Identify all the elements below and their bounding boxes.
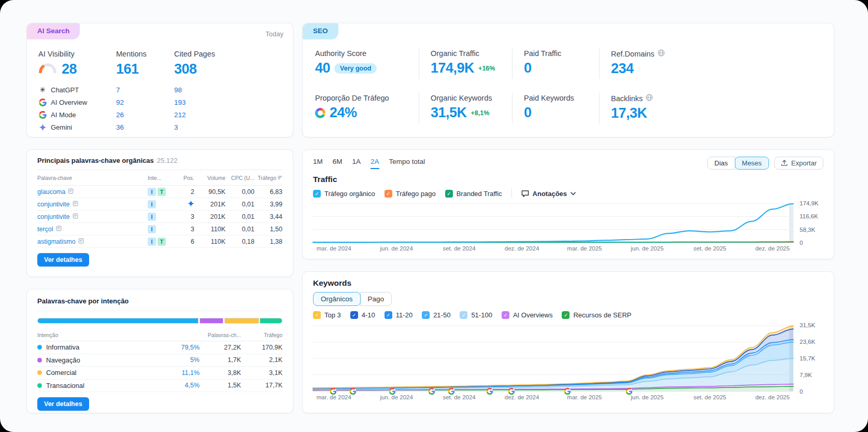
traffic-x-axis: mar. de 2024jun. de 2024set. de 2024dez.… [313, 243, 793, 252]
range-tab-6m[interactable]: 6M [333, 158, 343, 169]
legend-item-ai-overviews[interactable]: ✓AI Overviews [502, 311, 553, 319]
serp-note-icon[interactable] [73, 213, 78, 220]
x-tick-label: jun. de 2024 [380, 394, 413, 400]
sort-icon [278, 175, 282, 180]
google-update-icon[interactable] [349, 388, 356, 395]
intent-title: Palavras-chave por intenção [37, 297, 129, 305]
keywords-type-tabs: OrgânicosPago [313, 292, 823, 306]
serp-note-icon[interactable] [56, 226, 62, 233]
intent-row: Informativa79,5%27,2K170,9K [37, 341, 282, 354]
legend-item-top-3[interactable]: ✓Top 3 [313, 311, 341, 319]
engine-cited-value[interactable]: 3 [174, 123, 281, 131]
view-toggle-meses[interactable]: Meses [735, 157, 769, 170]
col-palavra-chave[interactable]: Palavra-chave [37, 175, 148, 181]
intent-badge-I: I [148, 225, 156, 233]
intent-color-dot [37, 358, 42, 363]
col-cpc[interactable]: CPC (U... [225, 175, 254, 181]
col-pos[interactable]: Pos. [175, 175, 194, 181]
ai-search-stats: AI Visibility 28 Mentions 161 [38, 50, 281, 77]
seo-metric-value: 234 [611, 62, 634, 76]
keywords-chart[interactable]: 31,5K23,6K15,7K7,9K0 [313, 325, 823, 392]
serp-note-icon[interactable] [73, 201, 78, 208]
range-tab-tempo-total[interactable]: Tempo total [389, 158, 425, 169]
range-tab-1m[interactable]: 1M [313, 158, 323, 169]
intent-percent-link[interactable]: 4,5% [150, 382, 200, 389]
legend-item-tr-fego-org-nico[interactable]: ✓Tráfego orgânico [313, 190, 375, 198]
keywords-tab-pago[interactable]: Pago [360, 292, 392, 306]
intent-percent-link[interactable]: 5% [150, 356, 200, 364]
export-button[interactable]: Exportar [774, 157, 823, 170]
traffic-chart[interactable]: 174,9K116,6K58,3K0 [313, 203, 823, 243]
keywords-details-button[interactable]: Ver detalhes [37, 253, 89, 267]
serp-note-icon [78, 238, 84, 244]
intent-badge-I: I [148, 200, 156, 208]
range-tab-1a[interactable]: 1A [352, 158, 361, 169]
keywords-x-axis: mar. de 2024jun. de 2024set. de 2024dez.… [313, 392, 793, 401]
top-keywords-count: 25.122 [157, 157, 178, 164]
range-tab-2a[interactable]: 2A [371, 158, 379, 169]
seo-metric-value: 40 [315, 61, 330, 75]
seo-metric-value: 31,5K [431, 106, 467, 120]
legend-item-21-50[interactable]: ✓21-50 [422, 311, 450, 319]
seo-metric-organic-traffic: Organic Traffic174,9K+16% [419, 48, 512, 79]
intent-percent-link[interactable]: 79,5% [150, 344, 200, 351]
serp-note-icon[interactable] [68, 188, 74, 196]
y-tick-label: 15,7K [800, 355, 815, 361]
seo-tab[interactable]: SEO [303, 23, 338, 39]
engine-mentions-value[interactable]: 36 [116, 123, 174, 131]
col-intencao[interactable]: Inte... [148, 175, 175, 181]
col-intent-keywords: Palavras-ch... [200, 332, 241, 338]
keyword-link[interactable]: conjuntivite [37, 201, 78, 208]
keyword-link[interactable]: astigmatismo [37, 238, 84, 245]
keywords-tab-orgânicos[interactable]: Orgânicos [313, 292, 361, 306]
engine-cited-value[interactable]: 98 [174, 86, 281, 94]
ai-search-tab[interactable]: AI Search [27, 23, 80, 39]
google-update-icon[interactable] [487, 388, 493, 395]
google-update-icon[interactable] [625, 388, 632, 395]
export-icon [781, 160, 788, 166]
checkbox-icon: ✓ [385, 311, 392, 319]
legend-item-branded-traffic[interactable]: ✓Branded Traffic [445, 190, 502, 198]
google-update-icon[interactable] [564, 388, 571, 395]
serp-note-icon[interactable] [78, 238, 84, 245]
legend-item-51-100[interactable]: ✓51-100 [460, 311, 492, 319]
keyword-cell: terçol [37, 226, 148, 233]
engine-cited-value[interactable]: 212 [174, 111, 281, 119]
view-toggle-dias[interactable]: Dias [707, 157, 735, 170]
traffic-cell: 1,38 [254, 238, 282, 245]
seo-metric-label: Proporção De Tráfego [315, 94, 419, 102]
legend-item-4-10[interactable]: ✓4-10 [350, 311, 375, 319]
legend-item-11-20[interactable]: ✓11-20 [385, 311, 412, 319]
engine-row: ✳ChatGPT798 [38, 83, 281, 96]
engine-mentions-value[interactable]: 92 [116, 99, 174, 106]
intent-percent-link[interactable]: 11,1% [150, 369, 200, 377]
intent-details-button[interactable]: Ver detalhes [37, 397, 89, 411]
google-update-icon[interactable] [448, 388, 454, 395]
engine-cited-value[interactable]: 193 [174, 99, 281, 106]
legend-item-recursos-de-serp[interactable]: ✓Recursos de SERP [562, 311, 631, 319]
legend-item-tr-fego-pago[interactable]: ✓Tráfego pago [385, 190, 436, 198]
right-column: SEO Authority Score40Very goodOrganic Tr… [302, 23, 834, 413]
x-tick-label: set. de 2025 [693, 245, 726, 252]
col-volume[interactable]: Volume [194, 175, 225, 181]
intent-keywords-value: 1,7K [200, 356, 241, 364]
metric-delta: +8,1% [471, 109, 490, 117]
google-update-icon[interactable] [428, 388, 435, 395]
annotations-control[interactable]: Anotações [521, 190, 576, 198]
google-update-icon[interactable] [508, 388, 515, 395]
google-update-icon[interactable] [330, 388, 336, 395]
seo-metric-value: 24% [330, 106, 357, 120]
engine-row: AI Overview92193 [38, 96, 281, 108]
keyword-link[interactable]: glaucoma [37, 188, 74, 196]
keyword-link[interactable]: conjuntivite [37, 213, 78, 220]
intent-row: Navegação5%1,7K2,1K [37, 354, 282, 367]
keywords-table-body: glaucomaIT290,5K0,006,83conjuntiviteI201… [37, 186, 282, 248]
engine-name: AI Overview [38, 99, 116, 106]
col-trafego[interactable]: Tráfego [254, 175, 282, 181]
position-cell: 6 [175, 238, 194, 245]
google-update-icon[interactable] [389, 388, 395, 395]
ai-visibility-value: 28 [62, 62, 77, 76]
engine-mentions-value[interactable]: 7 [116, 86, 174, 94]
keyword-link[interactable]: terçol [37, 226, 62, 233]
engine-mentions-value[interactable]: 26 [116, 111, 174, 119]
